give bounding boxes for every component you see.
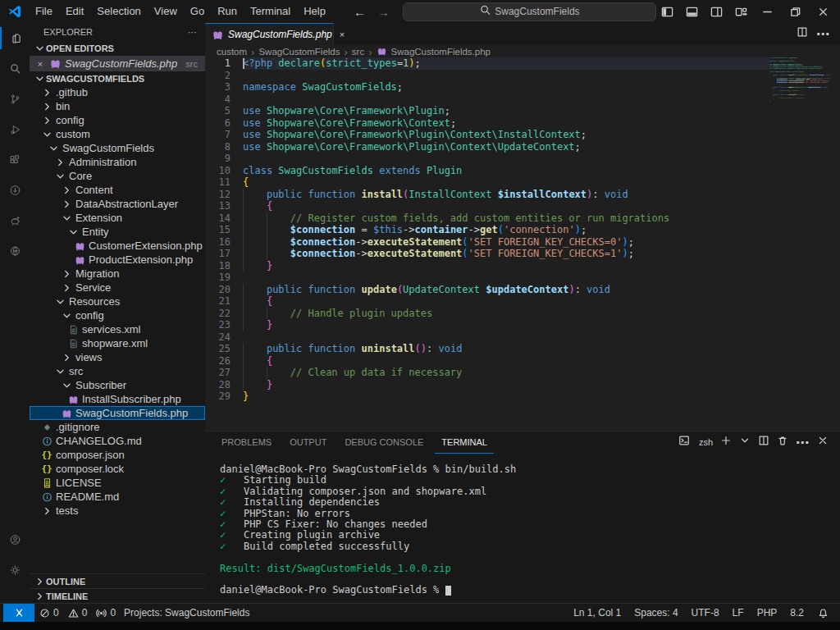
- tree-item-extension[interactable]: Extension: [30, 211, 205, 225]
- layout-panel-icon[interactable]: [681, 2, 702, 21]
- activity-account-icon[interactable]: [0, 524, 30, 555]
- activity-segmented-circle-icon[interactable]: [0, 235, 30, 266]
- activity-settings-gear-icon[interactable]: [0, 555, 30, 585]
- breadcrumb-item[interactable]: src: [352, 47, 364, 57]
- status-ln-1-col-1[interactable]: Ln 1, Col 1: [569, 604, 625, 622]
- tab-swagcustomfields[interactable]: SwagCustomFields.php ×: [205, 23, 334, 45]
- tree-item--gitignore[interactable]: .gitignore: [30, 420, 205, 434]
- tree-item-readme-md[interactable]: README.md: [30, 490, 205, 504]
- tree-item-swagcustomfields[interactable]: SwagCustomFields: [30, 141, 205, 155]
- command-center-search[interactable]: SwagCustomFields: [403, 2, 656, 21]
- panel-tab-problems[interactable]: PROBLEMS: [215, 431, 278, 453]
- tree-item-productextension-php[interactable]: ProductExtension.php: [30, 253, 205, 267]
- tree-item-subscriber[interactable]: Subscriber: [30, 378, 205, 392]
- minimap[interactable]: <?php declare(strict_types=1); namespace…: [769, 57, 830, 103]
- status-projects-swagcustomfields[interactable]: Projects: SwagCustomFields: [120, 604, 253, 622]
- tree-item-composer-json[interactable]: {}composer.json: [30, 448, 205, 462]
- tree-item-views[interactable]: views: [30, 350, 205, 364]
- activity-files-icon[interactable]: [0, 23, 30, 53]
- layout-sidebar-right-icon[interactable]: [705, 2, 727, 21]
- tree-item-changelog-md[interactable]: CHANGELOG.md: [30, 434, 205, 448]
- activity-pot-icon[interactable]: [0, 205, 30, 235]
- close-icon[interactable]: [810, 1, 835, 22]
- open-editors-header[interactable]: OPEN EDITORS: [30, 41, 205, 56]
- tree-item-composer-lock[interactable]: {}composer.lock: [30, 462, 205, 476]
- close-icon[interactable]: ×: [340, 30, 345, 39]
- ellipsis-icon[interactable]: ⋯: [816, 26, 830, 42]
- panel-tab-output[interactable]: OUTPUT: [283, 431, 333, 453]
- tree-item-resources[interactable]: Resources: [30, 294, 205, 308]
- restore-icon[interactable]: [783, 1, 807, 22]
- tree-item-shopware-xml[interactable]: shopware.xml: [30, 336, 205, 350]
- status-error[interactable]: 0: [34, 604, 63, 622]
- tree-item-installsubscriber-php[interactable]: InstallSubscriber.php: [30, 392, 205, 406]
- status-bell[interactable]: [813, 604, 833, 622]
- chevron-down-icon[interactable]: [739, 435, 751, 450]
- tree-root-folder[interactable]: SWAGCUSTOMFIELDS: [30, 71, 205, 85]
- explorer-actions-icon[interactable]: ⋯: [188, 27, 197, 38]
- status-warning[interactable]: 0: [63, 604, 92, 622]
- split-editor-icon[interactable]: [758, 435, 769, 450]
- menu-go[interactable]: Go: [184, 2, 211, 21]
- tree-item-dataabstractionlayer[interactable]: DataAbstractionLayer: [30, 197, 205, 211]
- menu-edit[interactable]: Edit: [59, 2, 90, 21]
- tree-item-tests[interactable]: tests: [30, 504, 205, 518]
- status-utf-8[interactable]: UTF-8: [687, 604, 724, 622]
- tree-item-src[interactable]: src: [30, 364, 205, 378]
- breadcrumb-item[interactable]: custom: [217, 47, 247, 57]
- customize-layout-icon[interactable]: [730, 2, 751, 21]
- terminal-icon[interactable]: [678, 435, 690, 450]
- menu-terminal[interactable]: Terminal: [244, 2, 297, 21]
- status-spaces-4[interactable]: Spaces: 4: [630, 604, 682, 622]
- activity-extensions-icon[interactable]: [0, 144, 30, 175]
- trash-icon[interactable]: [777, 435, 788, 450]
- tree-item-service[interactable]: Service: [30, 281, 205, 294]
- activity-run-debug-icon[interactable]: [0, 114, 30, 144]
- tree-item-bin[interactable]: bin: [30, 99, 205, 113]
- tree-item-swagcustomfields-php[interactable]: SwagCustomFields.php: [30, 406, 205, 420]
- minimize-icon[interactable]: [755, 1, 779, 22]
- tree-item-license[interactable]: LICENSE: [30, 476, 205, 490]
- activity-source-control-icon[interactable]: [0, 84, 30, 114]
- menu-run[interactable]: Run: [211, 2, 244, 21]
- tree-item-services-xml[interactable]: services.xml: [30, 322, 205, 336]
- status-remote[interactable]: [3, 604, 34, 622]
- layout-sidebar-left-icon[interactable]: [656, 2, 678, 21]
- back-arrow-icon[interactable]: ←: [354, 5, 366, 19]
- close-icon[interactable]: [817, 435, 829, 450]
- tree-item-config[interactable]: config: [30, 308, 205, 322]
- plus-icon[interactable]: [720, 435, 732, 450]
- menu-help[interactable]: Help: [297, 2, 332, 21]
- menu-file[interactable]: File: [29, 2, 59, 21]
- activity-download-circle-icon[interactable]: [0, 175, 30, 205]
- activity-search-icon[interactable]: [0, 53, 30, 84]
- breadcrumb-item[interactable]: SwagCustomFields.php: [391, 47, 491, 57]
- status-8-2[interactable]: 8.2: [786, 604, 808, 622]
- section-outline[interactable]: OUTLINE: [30, 573, 205, 588]
- tree-item-migration[interactable]: Migration: [30, 267, 205, 281]
- terminal-output[interactable]: daniel@MacBook-Pro SwagCustomFields % bi…: [220, 464, 832, 596]
- close-icon[interactable]: ×: [34, 59, 46, 69]
- section-timeline[interactable]: TIMELINE: [30, 588, 205, 603]
- menu-view[interactable]: View: [148, 2, 184, 21]
- ellipsis-icon[interactable]: ⋯: [796, 435, 810, 450]
- tree-item-customerextension-php[interactable]: CustomerExtension.php: [30, 239, 205, 253]
- tree-item-config[interactable]: config: [30, 113, 205, 127]
- status-broadcast[interactable]: 0: [91, 604, 120, 622]
- tree-item-custom[interactable]: custom: [30, 127, 205, 141]
- tree-item--github[interactable]: .github: [30, 85, 205, 99]
- tree-item-administration[interactable]: Administration: [30, 155, 205, 169]
- tree-item-core[interactable]: Core: [30, 169, 205, 183]
- breadcrumb-item[interactable]: SwagCustomFields: [258, 47, 340, 57]
- panel-tab-debug-console[interactable]: DEBUG CONSOLE: [338, 431, 430, 453]
- status-lf[interactable]: LF: [728, 604, 748, 622]
- code-area[interactable]: <?php declare(strict_types=1); namespace…: [243, 57, 769, 403]
- tree-item-entity[interactable]: Entity: [30, 225, 205, 239]
- forward-arrow-icon[interactable]: →: [377, 5, 390, 19]
- status-php[interactable]: PHP: [753, 604, 782, 622]
- open-editor-item[interactable]: × SwagCustomFields.php src: [30, 56, 205, 71]
- panel-tab-terminal[interactable]: TERMINAL: [435, 431, 494, 454]
- menu-selection[interactable]: Selection: [90, 2, 147, 21]
- tree-item-content[interactable]: Content: [30, 183, 205, 197]
- split-editor-icon[interactable]: [797, 26, 808, 41]
